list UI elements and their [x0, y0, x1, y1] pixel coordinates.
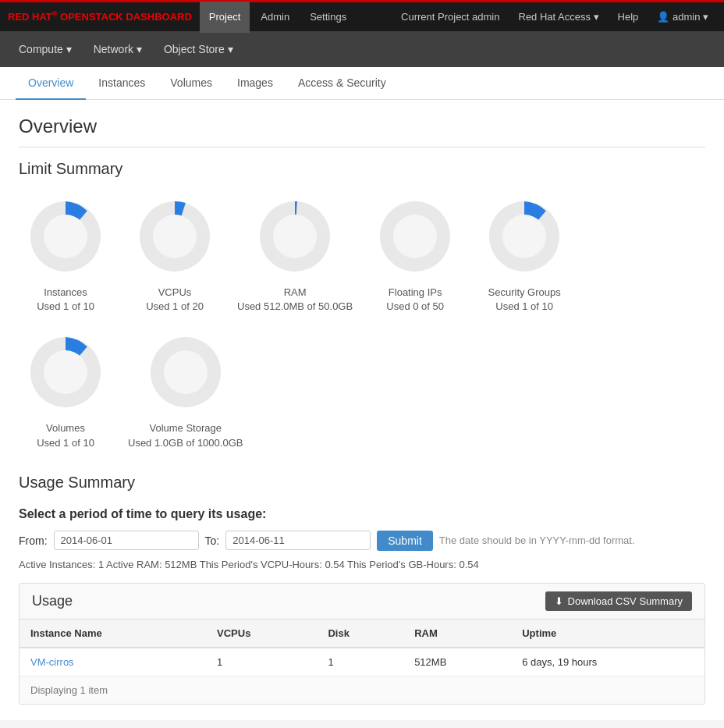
network-menu[interactable]: Network ▾	[83, 31, 153, 67]
chart-volumes: Volumes Used 1 of 10	[19, 329, 112, 449]
cell-uptime: 6 days, 19 hours	[511, 648, 704, 677]
chart-floating-ips-label: Floating IPs Used 0 of 50	[386, 286, 444, 314]
usage-summary-section: Usage Summary Select a period of time to…	[19, 474, 705, 705]
svg-point-9	[502, 215, 546, 258]
chart-volumes-label: Volumes Used 1 of 10	[37, 421, 94, 449]
download-icon: ⬇	[555, 595, 563, 607]
col-uptime: Uptime	[511, 620, 704, 648]
limit-summary-title: Limit Summary	[19, 160, 705, 178]
top-nav-settings[interactable]: Settings	[300, 2, 356, 33]
chart-security-groups-label: Security Groups Used 1 of 10	[488, 286, 561, 314]
query-form: From: To: Submit The date should be in Y…	[19, 531, 705, 551]
chart-instances-label: Instances Used 1 of 10	[37, 286, 94, 314]
tab-images[interactable]: Images	[225, 67, 286, 100]
col-ram: RAM	[403, 620, 511, 648]
brand-red: RED HAT	[8, 12, 52, 23]
charts-row-2: Volumes Used 1 of 10 Volume Storage Used…	[19, 329, 705, 449]
svg-point-7	[393, 215, 437, 258]
chart-volume-storage: Volume Storage Used 1.0GB of 1000.0GB	[128, 329, 243, 449]
chart-vcpus-label: VCPUs Used 1 of 20	[146, 286, 204, 314]
chart-floating-ips: Floating IPs Used 0 of 50	[368, 194, 462, 314]
cell-ram: 512MB	[403, 648, 511, 677]
top-nav-admin[interactable]: Admin	[251, 2, 299, 33]
col-disk: Disk	[317, 620, 403, 648]
svg-point-13	[164, 350, 208, 394]
tab-overview[interactable]: Overview	[16, 67, 86, 100]
pie-volume-storage	[143, 329, 229, 415]
from-input[interactable]	[54, 531, 199, 550]
top-nav-links: Project Admin Settings	[200, 2, 356, 33]
pie-floating-ips	[372, 194, 458, 279]
query-hint: The date should be in YYYY-mm-dd format.	[439, 534, 635, 546]
download-csv-button[interactable]: ⬇ Download CSV Summary	[545, 591, 692, 611]
usage-table: Instance Name VCPUs Disk RAM Uptime VM-c…	[20, 620, 704, 677]
svg-point-1	[44, 215, 87, 258]
cell-instance-name: VM-cirros	[20, 648, 206, 677]
chart-security-groups: Security Groups Used 1 of 10	[477, 194, 571, 314]
tab-volumes[interactable]: Volumes	[158, 67, 225, 100]
chart-volume-storage-label: Volume Storage Used 1.0GB of 1000.0GB	[128, 421, 243, 449]
usage-table-header: Usage ⬇ Download CSV Summary	[20, 584, 704, 620]
query-title: Select a period of time to query its usa…	[19, 507, 705, 521]
top-nav-right: Current Project admin Red Hat Access ▾ H…	[393, 2, 716, 33]
top-navbar: RED HAT® OPENSTACK DASHBOARD Project Adm…	[0, 0, 724, 31]
pie-security-groups	[481, 194, 567, 279]
main-content: Overview Limit Summary Instances Used 1 …	[0, 100, 724, 720]
to-input[interactable]	[225, 531, 371, 550]
object-store-menu[interactable]: Object Store ▾	[153, 31, 244, 67]
compute-menu[interactable]: Compute ▾	[8, 31, 83, 67]
pie-instances	[23, 194, 108, 279]
table-header-row: Instance Name VCPUs Disk RAM Uptime	[20, 620, 704, 648]
from-label: From:	[19, 534, 48, 547]
redhat-access[interactable]: Red Hat Access ▾	[511, 2, 607, 33]
active-summary: Active Instances: 1 Active RAM: 512MB Th…	[19, 559, 705, 570]
chart-instances: Instances Used 1 of 10	[19, 194, 112, 314]
usage-table-title: Usage	[32, 593, 73, 609]
tab-access-security[interactable]: Access & Security	[286, 67, 399, 100]
to-label: To:	[205, 534, 220, 547]
svg-point-11	[44, 350, 87, 394]
top-nav-project[interactable]: Project	[200, 2, 250, 33]
pie-ram	[252, 194, 338, 279]
submit-button[interactable]: Submit	[377, 531, 433, 551]
user-menu[interactable]: 👤 admin ▾	[649, 2, 716, 33]
chart-ram-label: RAM Used 512.0MB of 50.0GB	[237, 286, 353, 314]
help-link[interactable]: Help	[610, 2, 647, 33]
col-instance-name: Instance Name	[20, 620, 206, 648]
chart-ram: RAM Used 512.0MB of 50.0GB	[237, 194, 353, 314]
charts-row-1: Instances Used 1 of 10 VCPUs Used 1 of 2…	[19, 194, 705, 314]
col-vcpus: VCPUs	[206, 620, 317, 648]
pie-vcpus	[132, 194, 218, 279]
page-title: Overview	[19, 115, 705, 147]
usage-summary-title: Usage Summary	[19, 474, 705, 492]
second-navbar: Compute ▾ Network ▾ Object Store ▾	[0, 31, 724, 67]
pie-volumes	[23, 329, 108, 415]
cell-vcpus: 1	[206, 648, 317, 677]
table-row: VM-cirros 1 1 512MB 6 days, 19 hours	[20, 648, 704, 677]
vm-link[interactable]: VM-cirros	[30, 656, 74, 668]
svg-point-3	[153, 215, 197, 258]
brand: RED HAT® OPENSTACK DASHBOARD	[8, 10, 192, 23]
usage-table-section: Usage ⬇ Download CSV Summary Instance Na…	[19, 583, 705, 705]
brand-suffix: OPENSTACK DASHBOARD	[60, 12, 192, 23]
tab-instances[interactable]: Instances	[86, 67, 158, 100]
download-label: Download CSV Summary	[568, 595, 683, 607]
svg-point-5	[273, 215, 317, 258]
chart-vcpus: VCPUs Used 1 of 20	[128, 194, 222, 314]
table-footer: Displaying 1 item	[20, 677, 704, 704]
tab-bar: Overview Instances Volumes Images Access…	[0, 67, 724, 100]
cell-disk: 1	[317, 648, 403, 677]
current-project[interactable]: Current Project admin	[393, 2, 507, 33]
query-section: Select a period of time to query its usa…	[19, 507, 705, 570]
